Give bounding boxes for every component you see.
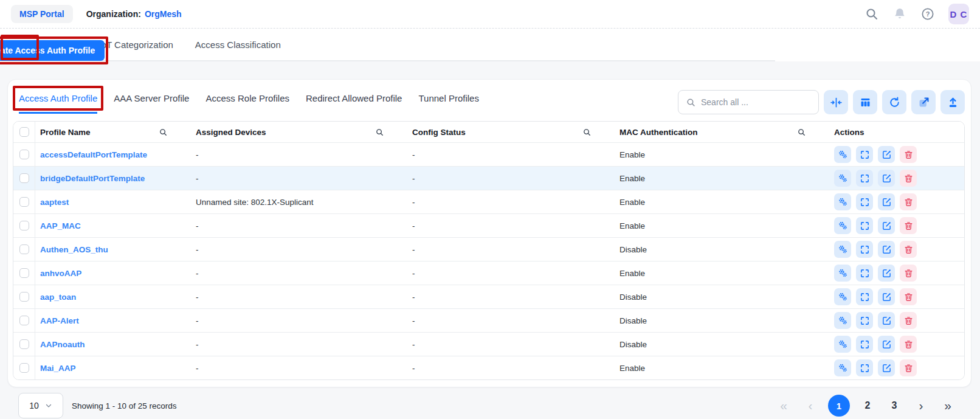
subtab-aaa-server-profile[interactable]: AAA Server Profile — [114, 90, 189, 114]
edit-icon[interactable] — [878, 217, 895, 234]
row-checkbox[interactable] — [19, 221, 29, 230]
column-search-icon[interactable] — [582, 128, 592, 137]
profile-name-link[interactable]: bridgeDefaultPortTemplate — [40, 174, 145, 183]
row-checkbox[interactable] — [19, 339, 29, 349]
search-all-input[interactable] — [701, 97, 811, 107]
edit-icon[interactable] — [878, 241, 895, 258]
config-gears-icon[interactable] — [834, 359, 851, 376]
edit-icon[interactable] — [878, 265, 895, 282]
config-gears-icon[interactable] — [834, 265, 851, 282]
profile-name-link[interactable]: accessDefaultPortTemplate — [40, 150, 147, 159]
profile-name-link[interactable]: AAP-Alert — [40, 316, 79, 325]
column-search-icon[interactable] — [375, 128, 384, 137]
delete-icon[interactable] — [900, 217, 917, 234]
column-search-icon[interactable] — [797, 128, 806, 137]
profile-name-link[interactable]: Mai_AAP — [40, 364, 76, 373]
first-page-button[interactable]: « — [775, 395, 793, 416]
subtab-access-role-profiles[interactable]: Access Role Profiles — [205, 90, 289, 114]
edit-icon[interactable] — [878, 359, 895, 376]
table-row: AAP-Alert - - Disable — [13, 308, 964, 332]
delete-icon[interactable] — [900, 336, 917, 353]
subtab-tunnel-profiles[interactable]: Tunnel Profiles — [418, 90, 479, 114]
collapse-columns-icon[interactable] — [824, 90, 848, 114]
delete-icon[interactable] — [900, 193, 917, 210]
msp-portal-chip[interactable]: MSP Portal — [11, 5, 73, 23]
prev-page-button[interactable]: ‹ — [801, 395, 820, 416]
profile-name-link[interactable]: aap_toan — [40, 293, 76, 302]
bell-icon[interactable] — [892, 7, 907, 21]
profile-name-link[interactable]: Authen_AOS_thu — [40, 245, 108, 254]
profile-name-link[interactable]: anhvoAAP — [40, 269, 81, 278]
table-row: AAP_MAC - - Enable — [13, 213, 964, 237]
delete-icon[interactable] — [900, 359, 917, 376]
row-checkbox[interactable] — [19, 316, 29, 325]
export-icon[interactable] — [940, 90, 965, 114]
row-actions — [829, 170, 964, 187]
tab-access-classification[interactable]: Access Classification — [195, 40, 281, 57]
row-checkbox[interactable] — [19, 292, 29, 302]
tab-iot-categorization[interactable]: IoT Categorization — [99, 40, 173, 57]
row-checkbox[interactable] — [19, 244, 29, 254]
expand-icon[interactable] — [856, 312, 873, 329]
expand-icon[interactable] — [856, 193, 873, 210]
config-gears-icon[interactable] — [834, 170, 851, 187]
expand-icon[interactable] — [856, 146, 873, 163]
select-all-checkbox[interactable] — [19, 127, 29, 137]
row-checkbox[interactable] — [19, 268, 29, 278]
expand-icon[interactable] — [856, 170, 873, 187]
row-checkbox[interactable] — [19, 197, 29, 207]
expand-icon[interactable] — [856, 359, 873, 376]
refresh-icon[interactable] — [882, 90, 906, 114]
next-page-button[interactable]: › — [912, 395, 930, 416]
edit-icon[interactable] — [878, 146, 895, 163]
search-icon[interactable] — [864, 7, 879, 21]
row-checkbox[interactable] — [19, 363, 29, 373]
edit-icon[interactable] — [878, 170, 895, 187]
page-button-3[interactable]: 3 — [885, 395, 903, 416]
edit-icon[interactable] — [878, 312, 895, 329]
delete-icon[interactable] — [900, 288, 917, 305]
profile-name-link[interactable]: AAPnoauth — [40, 340, 85, 349]
expand-icon[interactable] — [856, 241, 873, 258]
delete-icon[interactable] — [900, 241, 917, 258]
delete-icon[interactable] — [900, 170, 917, 187]
config-gears-icon[interactable] — [834, 217, 851, 234]
page-button-1[interactable]: 1 — [828, 395, 850, 417]
edit-icon[interactable] — [878, 336, 895, 353]
help-icon[interactable]: ? — [920, 7, 935, 21]
delete-icon[interactable] — [900, 312, 917, 329]
expand-icon[interactable] — [856, 288, 873, 305]
expand-icon[interactable] — [856, 336, 873, 353]
expand-icon[interactable] — [856, 217, 873, 234]
row-actions — [829, 288, 964, 305]
row-checkbox[interactable] — [19, 150, 29, 159]
edit-icon[interactable] — [878, 193, 895, 210]
row-checkbox[interactable] — [19, 173, 29, 183]
profile-name-link[interactable]: AAP_MAC — [40, 221, 81, 230]
subtab-access-auth-profile[interactable]: Access Auth Profile — [19, 90, 97, 114]
edit-icon[interactable] — [878, 288, 895, 305]
last-page-button[interactable]: » — [939, 395, 957, 416]
create-button-label: Create Access Auth Profile — [0, 46, 95, 55]
page-button-2[interactable]: 2 — [858, 395, 877, 416]
page-size-select[interactable]: 10 — [18, 393, 63, 418]
config-gears-icon[interactable] — [834, 146, 851, 163]
user-avatar[interactable]: D C — [948, 4, 969, 24]
organization-name-link[interactable]: OrgMesh — [145, 9, 182, 19]
delete-icon[interactable] — [900, 146, 917, 163]
config-gears-icon[interactable] — [834, 193, 851, 210]
expand-icon[interactable] — [856, 265, 873, 282]
create-access-auth-profile-button[interactable]: + Create Access Auth Profile — [0, 40, 105, 61]
config-gears-icon[interactable] — [834, 241, 851, 258]
column-search-icon[interactable] — [159, 128, 168, 137]
profile-name-link[interactable]: aaptest — [40, 198, 69, 207]
open-in-new-icon[interactable] — [911, 90, 936, 114]
column-label: Config Status — [412, 128, 466, 137]
delete-icon[interactable] — [900, 265, 917, 282]
config-gears-icon[interactable] — [834, 288, 851, 305]
config-gears-icon[interactable] — [834, 312, 851, 329]
columns-icon[interactable] — [853, 90, 877, 114]
subtab-redirect-allowed-profile[interactable]: Redirect Allowed Profile — [306, 90, 402, 114]
table-row: aap_toan - - Disable — [13, 285, 964, 308]
config-gears-icon[interactable] — [834, 336, 851, 353]
